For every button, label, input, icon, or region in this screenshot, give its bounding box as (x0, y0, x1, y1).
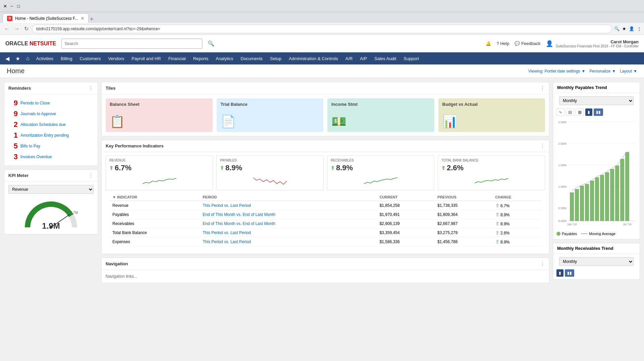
nav-favorites-btn[interactable]: ★ (13, 54, 23, 63)
navigation-menu-btn[interactable]: ⋮ (540, 261, 545, 267)
receivables-arrow-up-icon: ⇧ (331, 165, 335, 171)
th-period: PERIOD (200, 194, 377, 201)
area-chart-btn[interactable]: ▤ (566, 108, 574, 116)
window-close-btn[interactable]: ✕ (3, 4, 7, 8)
nav-support[interactable]: Support (400, 52, 422, 64)
kpi-card-receivables: RECEIVABLES ⇧ 8.9% (327, 155, 434, 190)
nav-billing[interactable]: Billing (57, 52, 76, 64)
line-chart-btn[interactable]: ∿ (556, 108, 565, 116)
help-btn[interactable]: ? Help (496, 41, 509, 46)
search-submit-icon[interactable]: 🔍 (208, 40, 214, 47)
nav-ar[interactable]: A/R (342, 52, 356, 64)
legend-moving-avg-dash (581, 233, 588, 234)
period-bank-balance[interactable]: This Period vs. Last Period (200, 228, 377, 237)
nav-vendors[interactable]: Vendors (105, 52, 128, 64)
nav-analytics[interactable]: Analytics (212, 52, 236, 64)
alerts-btn[interactable]: 🔔 (486, 41, 491, 46)
tile-balance-sheet[interactable]: Balance Sheet 📋 (106, 98, 213, 132)
bank-balance-sparkline (441, 174, 541, 186)
bank-balance-arrow-up-icon: ⇧ (441, 165, 445, 171)
feedback-icon: 💬 (515, 41, 520, 46)
personalize-link[interactable]: Personalize ▼ (589, 69, 616, 74)
back-btn[interactable]: ← (3, 25, 11, 33)
svg-text:1.50M: 1.50M (558, 164, 567, 167)
reminder-bills-to-pay: 5 Bills to Pay (8, 141, 94, 151)
content-area: Tiles ⋮ Balance Sheet 📋 Trial Balance 📄 … (101, 82, 549, 283)
bar-chart-btn[interactable]: ▮ (585, 108, 592, 116)
reminder-allocation-schedules: 2 Allocation Schedules due (8, 119, 94, 130)
svg-rect-18 (585, 184, 589, 221)
nav-reports[interactable]: Reports (190, 52, 212, 64)
reminders-title: Reminders (8, 86, 31, 91)
new-tab-btn[interactable]: + (90, 16, 94, 23)
account-icon: 👤 (629, 26, 634, 31)
nav-admin[interactable]: Administration & Controls (285, 52, 341, 64)
period-payables[interactable]: End of This Month vs. End of Last Month (200, 210, 377, 219)
main-nav: ◀ ★ ⌂ Activities Billing Customers Vendo… (0, 52, 644, 64)
previous-receivables: $2,667,987 (435, 219, 492, 228)
change-revenue: ⇧ 6.7% (493, 201, 541, 210)
nav-financial[interactable]: Financial (165, 52, 189, 64)
nav-activities[interactable]: Activities (33, 52, 57, 64)
svg-rect-24 (615, 166, 619, 221)
sort-icon: ▼ (112, 195, 116, 199)
filter-btn[interactable]: ▦ (576, 108, 584, 116)
receivables-compare-btn[interactable]: ▮▮ (565, 269, 574, 277)
nav-sales-audit[interactable]: Sales Audit (371, 52, 399, 64)
window-max-btn[interactable]: □ (16, 4, 21, 8)
browser-tab[interactable]: N Home - NetSuite (SuiteSuccess F... ✕ (3, 13, 89, 23)
tab-close-btn[interactable]: ✕ (81, 16, 84, 21)
kpi-card-bank-balance: TOTAL BANK BALANCE ⇧ 2.6% (438, 155, 545, 190)
tile-budget-vs-actual[interactable]: Budget vs Actual 📊 (438, 98, 545, 132)
trial-balance-icon: 📄 (221, 115, 236, 129)
kpi-portlet: Key Performance Indicators ⋮ REVENUE ⇧ 6… (101, 140, 549, 254)
tile-trial-balance[interactable]: Trial Balance 📄 (217, 98, 324, 132)
kpi-meter-select[interactable]: Revenue Payables Receivables (8, 185, 94, 194)
refresh-btn[interactable]: ↻ (23, 24, 30, 33)
tiles-menu-btn[interactable]: ⋮ (540, 85, 545, 91)
nav-home-btn[interactable]: ⌂ (23, 54, 32, 63)
nav-ap[interactable]: A/P (357, 52, 370, 64)
kpi-cards: REVENUE ⇧ 6.7% PAYABLES ⇧ 8.9% (102, 152, 549, 190)
svg-rect-16 (575, 189, 579, 221)
nav-documents[interactable]: Documents (237, 52, 266, 64)
svg-text:Jan '19: Jan '19 (567, 223, 577, 226)
url-input[interactable] (32, 25, 612, 33)
forward-btn[interactable]: → (13, 25, 21, 33)
search-input[interactable] (61, 39, 202, 49)
receivables-bar-btn[interactable]: ▮ (556, 269, 564, 277)
tile-income-stmt[interactable]: Income Stmt 💵 (327, 98, 434, 132)
payables-chart-area: 2.50M 2.00M 1.50M 1.00M 0.50M 0.00M (553, 117, 640, 230)
kpi-meter-menu-btn[interactable]: ⋮ (88, 172, 94, 179)
portlet-date-settings-link[interactable]: Viewing: Portlet date settings ▼ (528, 69, 585, 74)
nav-payroll[interactable]: Payroll and HR (128, 52, 164, 64)
previous-revenue: $1,738,335 (435, 201, 492, 210)
svg-rect-21 (600, 175, 604, 221)
receivables-chart-toolbar: ▮ ▮▮ (553, 268, 640, 278)
receivables-trend-dropdown[interactable]: Monthly Weekly Quarterly (559, 257, 634, 266)
reminder-journals-to-approve: 9 Journals to Approve (8, 108, 94, 119)
current-bank-balance: $3,359,454 (377, 228, 435, 237)
layout-link[interactable]: Layout ▼ (620, 69, 637, 74)
nav-setup[interactable]: Setup (267, 52, 285, 64)
nav-customers[interactable]: Customers (76, 52, 104, 64)
tiles-portlet: Tiles ⋮ Balance Sheet 📋 Trial Balance 📄 … (101, 82, 549, 136)
period-receivables[interactable]: End of This Month vs. End of Last Month (200, 219, 377, 228)
compare-btn[interactable]: ▮▮ (594, 108, 603, 116)
navigation-portlet: Navigation ⋮ Navigation links... (101, 258, 549, 283)
change-expenses: ⇧ 8.9% (493, 237, 541, 246)
reminders-menu-btn[interactable]: ⋮ (88, 85, 94, 91)
monthly-receivables-trend-portlet: Monthly Receivables Trend Monthly Weekly… (553, 243, 640, 280)
period-revenue[interactable]: This Period vs. Last Period (200, 201, 377, 210)
payables-trend-dropdown[interactable]: Monthly Weekly Quarterly (559, 96, 634, 105)
window-min-btn[interactable]: − (9, 4, 14, 8)
bank-balance-change-arrow: ⇧ (495, 230, 499, 235)
current-receivables: $2,906,139 (377, 219, 435, 228)
nav-history-btn[interactable]: ◀ (3, 54, 12, 63)
navigation-title: Navigation (106, 261, 128, 266)
tiles-grid: Balance Sheet 📋 Trial Balance 📄 Income S… (102, 94, 549, 136)
feedback-btn[interactable]: 💬 Feedback (515, 41, 540, 46)
th-indicator[interactable]: ▼ INDICATOR (110, 194, 200, 201)
period-expenses[interactable]: This Period vs. Last Period (200, 237, 377, 246)
kpi-menu-btn[interactable]: ⋮ (540, 143, 545, 149)
